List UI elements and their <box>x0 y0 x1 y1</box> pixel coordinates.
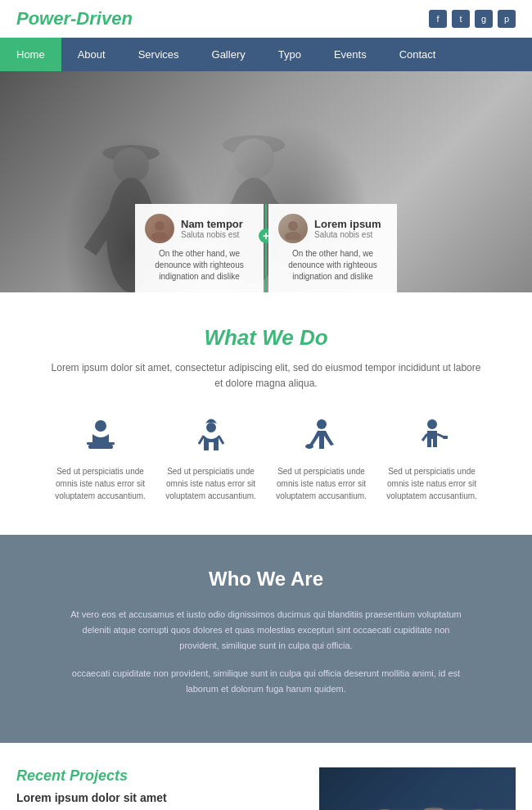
svg-rect-16 <box>87 442 93 445</box>
svg-point-15 <box>95 420 106 432</box>
svg-point-10 <box>155 221 165 231</box>
card2-body: On the other hand, we denounce with righ… <box>278 248 387 283</box>
svg-line-19 <box>199 436 204 444</box>
who-we-are-section: Who We Are At vero eos et accusamus et i… <box>0 535 532 742</box>
nav-services[interactable]: Services <box>122 38 196 71</box>
who-we-are-para2: occaecati cupiditate non provident, simi… <box>65 666 467 696</box>
hero-card-2: Lorem ipsum Saluta nobis est On the othe… <box>268 204 397 292</box>
nav-gallery[interactable]: Gallery <box>196 38 262 71</box>
service-4-text: Sed ut perspiciatis unde omnis iste natu… <box>381 465 483 502</box>
avatar-2 <box>278 214 308 243</box>
what-we-do-section: What We Do Lorem ipsum dolor sit amet, c… <box>0 292 532 535</box>
service-item-1: Sed ut perspiciatis unde omnis iste natu… <box>49 416 151 502</box>
worker-bending-icon <box>301 416 342 457</box>
card2-subtitle: Saluta nobis est <box>314 230 381 239</box>
nav-home[interactable]: Home <box>0 38 61 71</box>
project-image <box>319 767 516 810</box>
who-we-are-para1: At vero eos et accusamus et iusto odio d… <box>65 607 467 653</box>
what-we-do-description: Lorem ipsum dolor sit amet, consectetur … <box>49 360 483 391</box>
worker-tools-icon <box>412 416 453 457</box>
svg-point-21 <box>317 419 327 429</box>
service-1-text: Sed ut perspiciatis unde omnis iste natu… <box>49 465 151 502</box>
svg-point-11 <box>151 232 168 240</box>
worker-standing-icon <box>191 416 232 457</box>
nav-contact[interactable]: Contact <box>383 38 453 71</box>
card1-name: Nam tempor <box>181 218 243 230</box>
hero-cards: Nam tempor Saluta nobis est On the other… <box>135 204 397 292</box>
social-icons: f t g p <box>429 10 516 28</box>
recent-projects-section: Recent Projects Lorem ipsum dolor sit am… <box>0 743 532 810</box>
worker-seated-icon <box>80 416 121 457</box>
service-item-3: Sed ut perspiciatis unde omnis iste natu… <box>270 416 372 502</box>
projects-text: Recent Projects Lorem ipsum dolor sit am… <box>16 767 303 810</box>
service-2-text: Sed ut perspiciatis unde omnis iste natu… <box>160 465 262 502</box>
hero-section: Nam tempor Saluta nobis est On the other… <box>0 71 532 292</box>
svg-point-18 <box>206 423 216 432</box>
nav-typo[interactable]: Typo <box>262 38 318 71</box>
projects-section-title: Recent Projects <box>16 767 295 785</box>
svg-point-12 <box>288 221 298 231</box>
card2-name: Lorem ipsum <box>314 218 381 230</box>
card1-subtitle: Saluta nobis est <box>181 230 243 239</box>
svg-rect-34 <box>319 767 516 808</box>
svg-line-24 <box>422 434 427 441</box>
svg-point-23 <box>427 419 437 429</box>
project-title: Lorem ipsum dolor sit amet <box>16 791 295 804</box>
svg-rect-17 <box>108 442 115 445</box>
what-we-do-title: What We Do <box>49 325 483 351</box>
googleplus-icon[interactable]: g <box>475 10 493 28</box>
svg-line-20 <box>219 436 223 444</box>
card1-body: On the other hand, we denounce with righ… <box>145 248 254 283</box>
service-3-text: Sed ut perspiciatis unde omnis iste natu… <box>270 465 372 502</box>
header: Power-Driven f t g p <box>0 0 532 38</box>
service-item-4: Sed ut perspiciatis unde omnis iste natu… <box>381 416 483 502</box>
hero-card-1: Nam tempor Saluta nobis est On the other… <box>135 204 264 292</box>
svg-point-22 <box>305 444 313 449</box>
avatar-1 <box>145 214 174 243</box>
svg-rect-14 <box>88 445 113 449</box>
navigation: Home About Services Gallery Typo Events … <box>0 38 532 71</box>
pinterest-icon[interactable]: p <box>498 10 516 28</box>
services-grid: Sed ut perspiciatis unde omnis iste natu… <box>49 416 483 502</box>
facebook-icon[interactable]: f <box>429 10 447 28</box>
logo: Power-Driven <box>16 8 133 29</box>
service-item-2: Sed ut perspiciatis unde omnis iste natu… <box>160 416 262 502</box>
nav-about[interactable]: About <box>61 38 122 71</box>
nav-events[interactable]: Events <box>318 38 383 71</box>
svg-point-13 <box>285 232 301 240</box>
twitter-icon[interactable]: t <box>452 10 470 28</box>
hero-divider: + <box>265 204 267 292</box>
svg-rect-26 <box>443 436 448 439</box>
who-we-are-title: Who We Are <box>65 568 467 591</box>
